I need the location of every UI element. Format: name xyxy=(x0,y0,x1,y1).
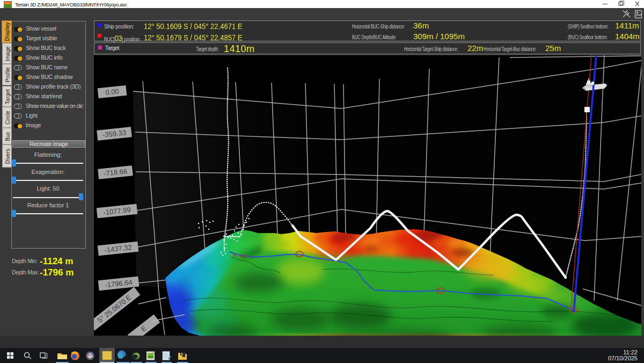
svg-text:0.00: 0.00 xyxy=(105,87,120,97)
